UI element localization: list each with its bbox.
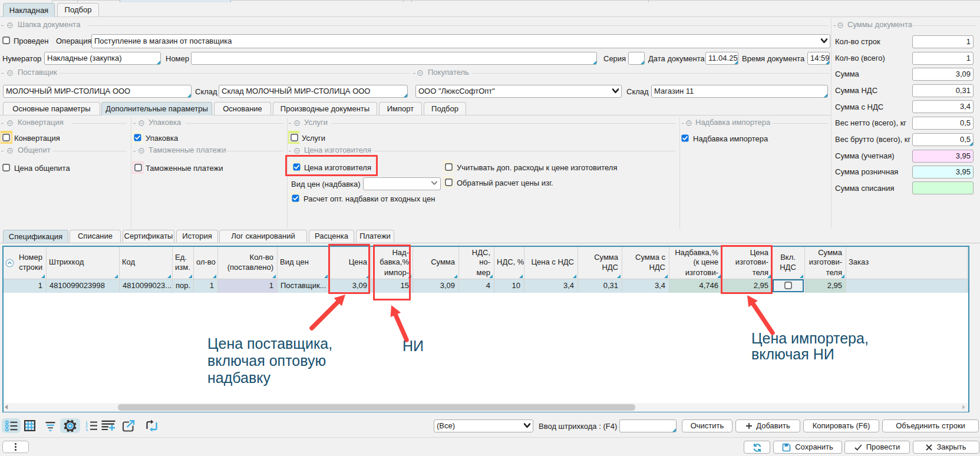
svg-text:3: 3 (85, 428, 88, 432)
